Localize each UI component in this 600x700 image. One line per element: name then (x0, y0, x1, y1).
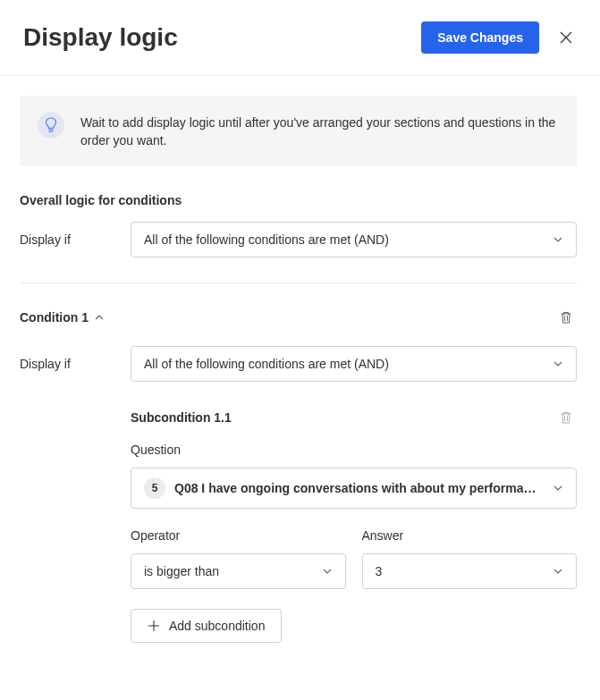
question-label: Question (131, 443, 577, 457)
condition-logic-select[interactable]: All of the following conditions are met … (131, 346, 577, 382)
info-banner-text: Wait to add display logic until after yo… (80, 112, 559, 150)
chevron-down-icon (553, 566, 563, 577)
condition-display-if-label: Display if (20, 357, 131, 371)
lightbulb-icon (38, 112, 64, 139)
info-banner: Wait to add display logic until after yo… (20, 96, 577, 166)
operator-select[interactable]: is bigger than (131, 553, 346, 589)
add-subcondition-label: Add subcondition (169, 619, 265, 633)
trash-icon (559, 410, 573, 425)
question-badge: 5 (144, 477, 165, 499)
subcondition-title: Subcondition 1.1 (131, 410, 232, 425)
question-value: Q08 I have ongoing conversations with ab… (174, 481, 537, 495)
condition-logic-value: All of the following conditions are met … (144, 357, 389, 371)
page-title: Display logic (23, 23, 178, 52)
close-icon (559, 30, 573, 45)
overall-logic-label: Overall logic for conditions (20, 193, 577, 207)
add-subcondition-button[interactable]: Add subcondition (131, 609, 282, 643)
delete-condition-button[interactable] (555, 307, 577, 328)
header-actions: Save Changes (421, 21, 577, 54)
chevron-up-icon (94, 312, 105, 323)
answer-label: Answer (362, 528, 578, 543)
overall-logic-value: All of the following conditions are met … (144, 232, 389, 247)
answer-select[interactable]: 3 (362, 553, 578, 589)
save-button[interactable]: Save Changes (421, 21, 539, 54)
condition-1-toggle[interactable]: Condition 1 (20, 310, 105, 325)
overall-logic-select[interactable]: All of the following conditions are met … (131, 222, 577, 257)
operator-label: Operator (131, 528, 346, 543)
condition-1-title: Condition 1 (20, 310, 89, 325)
delete-subcondition-button[interactable] (555, 407, 577, 428)
chevron-down-icon (553, 234, 563, 245)
chevron-down-icon (553, 358, 563, 369)
question-select[interactable]: 5 Q08 I have ongoing conversations with … (131, 468, 577, 509)
chevron-down-icon (553, 483, 563, 493)
close-button[interactable] (555, 27, 577, 48)
chevron-down-icon (322, 566, 333, 577)
operator-value: is bigger than (144, 564, 219, 578)
answer-value: 3 (376, 564, 383, 578)
divider (20, 283, 577, 283)
trash-icon (559, 310, 573, 325)
plus-icon (148, 620, 160, 632)
display-if-label: Display if (20, 232, 131, 247)
